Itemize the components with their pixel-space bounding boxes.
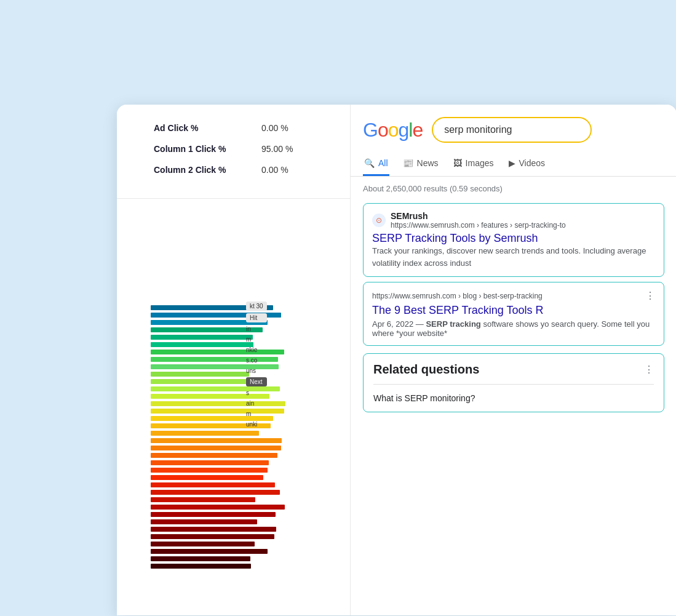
related-menu-dots-icon[interactable]: ⋮ [644,364,654,375]
bar-row [151,467,286,473]
site-url-1: https://www.semrush.com › features › ser… [391,221,566,230]
bar-row [151,548,286,554]
bar-segment [151,519,257,524]
news-icon: 📰 [403,158,413,168]
results-info: About 2,650,000 results (0.59 seconds) [351,177,676,198]
bar-segment [151,372,249,377]
bar-segment [151,342,253,347]
bar-segment [151,453,277,458]
tab-images[interactable]: 🖼 Images [452,152,495,176]
bottom-ain: ain [246,399,267,407]
bar-row [151,438,286,444]
bar-segment [151,431,259,436]
bar-segment [151,534,274,539]
google-header: Google [351,105,676,152]
tab-news-label: News [417,158,439,168]
bar-segment [151,490,280,495]
bar-segment [151,379,258,384]
col1-click-label: Column 1 Click % [154,144,255,154]
search-input[interactable] [432,117,592,143]
stat-row-ad-click: Ad Click % 0.00 % [154,123,332,133]
tab-videos-label: Videos [519,158,546,168]
videos-icon: ▶ [509,158,515,168]
semrush-favicon: ⊙ [372,214,386,227]
domain-m: m [246,335,267,343]
bottom-m: m [246,410,267,418]
search-tabs: 🔍 All 📰 News 🖼 Images ▶ Videos [351,152,676,177]
bar-segment [151,446,281,450]
bar-row [151,460,286,466]
bar-segment [151,438,282,443]
hit-label: Hit [246,313,267,322]
bar-row [151,519,286,525]
right-panel: Google 🔍 All 📰 News 🖼 Images ▶ Videos [351,105,676,615]
bar-row [151,489,286,495]
col2-click-label: Column 2 Click % [154,165,255,175]
bar-row [151,474,286,481]
bar-row [151,452,286,458]
bar-row [151,526,286,532]
bar-segment [151,505,285,510]
ad-click-label: Ad Click % [154,123,255,133]
col2-click-value: 0.00 % [261,165,288,175]
bar-row [151,497,286,503]
bar-segment [151,542,255,546]
stats-section: Ad Click % 0.00 % Column 1 Click % 95.00… [117,105,350,199]
bar-row [151,511,286,518]
next-button[interactable]: Next [246,377,267,386]
bar-segment [151,512,276,517]
search-icon: 🔍 [364,158,375,168]
bar-row [151,563,286,569]
col1-click-value: 95.00 % [261,144,293,154]
tab-all[interactable]: 🔍 All [363,152,389,176]
left-panel: Ad Click % 0.00 % Column 1 Click % 95.00… [117,105,351,615]
tab-news[interactable]: 📰 News [402,152,440,176]
bar-segment [151,475,263,480]
result-site-row-1: ⊙ SEMrush https://www.semrush.com › feat… [372,211,655,230]
bar-row [151,534,286,540]
bar-row [151,556,286,562]
bar-segment [151,556,250,561]
result-card-1: ⊙ SEMrush https://www.semrush.com › feat… [363,203,664,277]
site-url-2: https://www.semrush.com › blog › best-se… [372,292,543,300]
stat-row-col1-click: Column 1 Click % 95.00 % [154,144,332,154]
result-date-2: Apr 6, 2022 — SERP tracking software sho… [372,319,655,338]
bottom-s: s [246,389,267,397]
bar-segment [151,497,255,502]
small-nav: kt 30 Hit in m nkie s.co uns Next s ain … [246,302,267,428]
related-question-1[interactable]: What is SERP monitoring? [373,384,654,412]
related-title: Related questions [373,362,479,377]
result-url-top-2: https://www.semrush.com › blog › best-se… [372,290,655,302]
bar-segment [151,482,275,487]
bar-segment [151,564,251,569]
result-card-2: https://www.semrush.com › blog › best-se… [363,282,664,346]
domain-sco: s.co [246,356,267,364]
tab-all-label: All [378,158,388,168]
images-icon: 🖼 [453,158,462,168]
result-title-2[interactable]: The 9 Best SERP Tracking Tools R [372,304,543,316]
bar-segment [151,460,269,465]
bar-row [151,445,286,451]
stat-row-col2-click: Column 2 Click % 0.00 % [154,165,332,175]
domain-nkie: nkie [246,346,267,354]
bottom-unki: unki [246,420,267,428]
ad-click-value: 0.00 % [261,123,288,133]
bar-segment [151,527,276,532]
tab-videos[interactable]: ▶ Videos [507,152,547,176]
result-desc-1: Track your rankings, discover new search… [372,245,655,269]
bar-row [151,504,286,510]
bar-row [151,430,286,436]
domain-in: in [246,325,267,333]
bar-row [151,541,286,547]
google-logo: Google [363,119,423,142]
menu-dots-icon[interactable]: ⋮ [645,290,655,302]
bar-segment [151,335,253,340]
related-header: Related questions ⋮ [373,362,654,377]
related-questions-box: Related questions ⋮ What is SERP monitor… [363,353,664,412]
rank-label: kt 30 [246,302,267,311]
tab-images-label: Images [466,158,494,168]
bar-segment [151,549,268,554]
bar-row [151,482,286,488]
result-title-1[interactable]: SERP Tracking Tools by Semrush [372,232,538,244]
main-container: | De Dor | U Ad Click % 0.00 % Column 1 … [117,105,676,615]
